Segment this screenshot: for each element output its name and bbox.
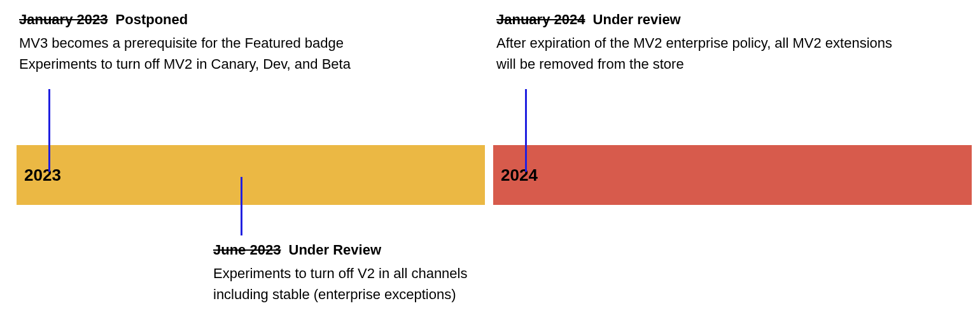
timeline-bar-label: 2024 bbox=[501, 163, 538, 188]
event-body: After expiration of the MV2 enterprise p… bbox=[496, 32, 967, 74]
event-header: January 2023 Postponed bbox=[19, 9, 401, 30]
event-header: June 2023 Under Review bbox=[213, 239, 531, 260]
event-line: including stable (enterprise exceptions) bbox=[213, 284, 531, 305]
timeline-bar-2024: 2024 bbox=[493, 145, 972, 205]
event-connector bbox=[48, 89, 50, 172]
event-body: Experiments to turn off V2 in all channe… bbox=[213, 263, 531, 305]
event-line: Experiments to turn off MV2 in Canary, D… bbox=[19, 53, 401, 74]
event-header: January 2024 Under review bbox=[496, 9, 967, 30]
event-status: Postponed bbox=[116, 11, 188, 27]
event-status: Under Review bbox=[289, 242, 382, 258]
event-line: will be removed from the store bbox=[496, 53, 967, 74]
event-line: After expiration of the MV2 enterprise p… bbox=[496, 32, 967, 53]
timeline-event: January 2023 Postponed MV3 becomes a pre… bbox=[19, 9, 401, 74]
event-connector bbox=[525, 89, 527, 172]
event-connector bbox=[241, 177, 242, 235]
timeline-event: June 2023 Under Review Experiments to tu… bbox=[213, 239, 531, 305]
event-date: January 2023 bbox=[19, 11, 108, 27]
event-line: MV3 becomes a prerequisite for the Featu… bbox=[19, 32, 401, 53]
event-date: January 2024 bbox=[496, 11, 585, 27]
event-status: Under review bbox=[593, 11, 681, 27]
event-line: Experiments to turn off V2 in all channe… bbox=[213, 263, 531, 284]
event-body: MV3 becomes a prerequisite for the Featu… bbox=[19, 32, 401, 74]
event-date: June 2023 bbox=[213, 242, 281, 258]
timeline-bar-2023: 2023 bbox=[17, 145, 485, 205]
timeline-event: January 2024 Under review After expirati… bbox=[496, 9, 967, 74]
timeline-bar-label: 2023 bbox=[24, 163, 61, 188]
